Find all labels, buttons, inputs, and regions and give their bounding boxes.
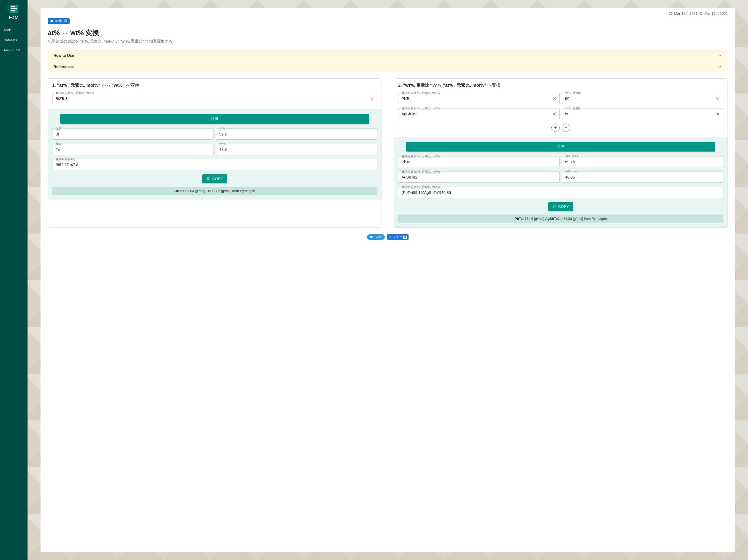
panel2-result-composition[interactable] xyxy=(398,187,723,198)
field-label: wt% xyxy=(218,142,226,145)
field-label: 元素 xyxy=(55,127,63,130)
copy-icon xyxy=(553,204,557,209)
sidebar-item-tools[interactable]: Tools xyxy=(0,25,27,35)
clock-icon xyxy=(669,12,672,15)
field-label: 化学組成 (at%, 元素比, mol%) xyxy=(401,106,441,110)
clear-icon[interactable] xyxy=(715,111,721,117)
field-label: 化学組成 (at%, 元素比, mol%) xyxy=(401,91,441,95)
panel2-calc-button[interactable]: 計算 xyxy=(406,142,715,151)
plus-icon xyxy=(554,126,558,130)
book-icon xyxy=(50,20,53,23)
result-at[interactable] xyxy=(562,156,723,167)
panel1-input-field: 化学組成 (at%, 元素比, mol%) xyxy=(52,93,377,104)
clear-icon[interactable] xyxy=(551,95,558,102)
panel1-title: 1. "at% , 元素比, mol%" から "wt%" へ変換 xyxy=(52,82,377,88)
sidebar: E4M Tools Datasets About E4M xyxy=(0,0,27,560)
created-date: Mar 12th 2021 xyxy=(674,11,697,16)
field-label: 化学組成 (wt%) xyxy=(55,157,76,161)
field-label: 化学組成 (at%, 元素比, mol%) xyxy=(401,170,441,174)
svg-rect-4 xyxy=(554,206,556,208)
accordion-how-to-use[interactable]: How to Use xyxy=(48,50,728,61)
clear-icon[interactable] xyxy=(715,95,721,102)
social-row: Tweet シェア 0 xyxy=(48,234,728,240)
chevron-down-icon xyxy=(717,53,722,58)
field-label: wt%, 重量比 xyxy=(564,91,582,95)
updated-date: Mar 16th 2021 xyxy=(704,11,728,16)
paper: Mar 12th 2021 Mar 16th 2021 基礎知識 at% ↔ w… xyxy=(41,8,735,552)
facebook-icon xyxy=(389,236,392,239)
content: Mar 12th 2021 Mar 16th 2021 基礎知識 at% ↔ w… xyxy=(27,0,748,560)
fb-share-button[interactable]: シェア 0 xyxy=(387,234,408,240)
panel2-copy-button[interactable]: COPY xyxy=(548,202,573,211)
sidebar-item-datasets[interactable]: Datasets xyxy=(0,35,27,45)
panel2-wt-input-1[interactable] xyxy=(562,108,723,119)
panel1-info: Bi: 208.9804 [g/mol] Te: 127.6 [g/mol] f… xyxy=(52,187,377,195)
tweet-button[interactable]: Tweet xyxy=(367,234,385,240)
date-row: Mar 12th 2021 Mar 16th 2021 xyxy=(48,11,728,16)
accordion: How to Use References xyxy=(48,50,728,72)
panel1-calc-button[interactable]: 計算 xyxy=(60,114,369,124)
panel2-title: 2. "wt%, 重量比" から "at% , 元素比, mol%" へ変換 xyxy=(398,82,723,88)
chip-label: 基礎知識 xyxy=(55,19,67,23)
twitter-icon xyxy=(370,235,373,239)
field-label: 化学組成 (at%, 元素比, mol%) xyxy=(55,91,95,95)
accordion-label: References xyxy=(53,65,74,69)
chevron-down-icon xyxy=(717,64,722,69)
svg-rect-5 xyxy=(553,205,555,208)
copy-icon xyxy=(207,177,211,181)
add-row-button[interactable] xyxy=(552,123,560,132)
category-chip[interactable]: 基礎知識 xyxy=(48,18,70,24)
panel1-composition-input[interactable] xyxy=(52,93,377,104)
field-label: wt% xyxy=(218,127,226,130)
svg-rect-2 xyxy=(208,178,210,180)
result-wt[interactable] xyxy=(216,128,377,140)
refresh-icon xyxy=(699,12,703,15)
page-subtitle: 化学組成の表記を "at%, 元素比, mol%" と "wt%, 重量比" で… xyxy=(48,39,728,44)
panel2-info: PbTe: 334.8 [g/mol] AgSbTe2: 484.83 [g/m… xyxy=(398,215,723,223)
panel-wt-to-at: 2. "wt%, 重量比" から "at% , 元素比, mol%" へ変換 化… xyxy=(394,78,728,227)
accordion-label: How to Use xyxy=(53,53,74,57)
panel1-copy-button[interactable]: COPY xyxy=(202,174,227,183)
field-label: at%, mol% xyxy=(564,154,580,157)
panel-at-to-wt: 1. "at% , 元素比, mol%" から "wt%" へ変換 化学組成 (… xyxy=(48,78,382,227)
result-element[interactable] xyxy=(52,144,214,155)
remove-row-button[interactable] xyxy=(562,123,570,132)
minus-icon xyxy=(564,126,568,130)
field-label: 化学組成 (at%, 元素比, mol%) xyxy=(401,154,441,158)
result-wt[interactable] xyxy=(216,144,377,155)
field-label: at%, mol% xyxy=(564,170,580,173)
clear-icon[interactable] xyxy=(369,95,375,102)
fb-share-count: 0 xyxy=(403,236,407,239)
svg-rect-3 xyxy=(207,177,209,179)
cards-grid: 1. "at% , 元素比, mol%" から "wt%" へ変換 化学組成 (… xyxy=(48,78,728,227)
field-label: wt%, 重量比 xyxy=(564,106,582,110)
sidebar-item-about[interactable]: About E4M xyxy=(0,45,27,55)
result-at[interactable] xyxy=(562,172,723,183)
clear-icon[interactable] xyxy=(551,111,558,117)
app-logo xyxy=(9,5,18,13)
brand-name: E4M xyxy=(0,15,27,25)
result-element[interactable] xyxy=(52,128,214,140)
panel2-wt-input-0[interactable] xyxy=(562,93,723,104)
field-label: 元素 xyxy=(55,142,63,146)
accordion-references[interactable]: References xyxy=(48,61,728,72)
page-title: at% ↔ wt% 変換 xyxy=(48,28,728,38)
panel1-result-composition[interactable] xyxy=(52,159,377,170)
field-label: 化学組成 (at%, 元素比, mol%) xyxy=(401,185,441,189)
